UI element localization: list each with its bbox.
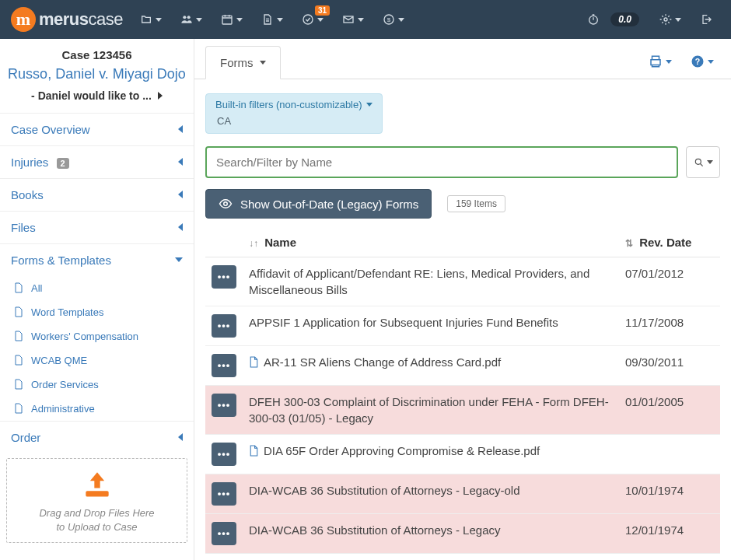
table-row[interactable]: •••Affidavit of Applicant/Defendant RE: … [205,257,720,306]
logo[interactable]: m meruscase [11,7,123,32]
row-name-cell: Affidavit of Applicant/Defendant RE: Lie… [243,257,619,306]
print-menu[interactable] [649,54,672,68]
forms-sub-item[interactable]: WCAB QME [0,348,194,373]
file-icon [14,355,23,366]
filter-label: Built-in filters (non-customizable) [215,99,362,110]
svg-text:?: ? [695,57,700,66]
chevron-left-icon [178,433,183,441]
timer-value[interactable]: 0.0 [610,12,639,26]
help-circle-icon: ? [691,54,705,68]
column-header-revdate[interactable]: ⇅ Rev. Date [619,228,720,257]
top-settings-menu[interactable] [652,9,689,30]
row-date-cell: 01/01/2005 [619,386,720,435]
gear-icon [659,13,672,26]
search-input[interactable] [205,146,678,178]
row-actions-button[interactable]: ••• [212,522,236,545]
caret-down-icon [398,18,404,22]
svg-rect-9 [86,491,108,496]
caret-down-icon [277,18,283,22]
top-document-menu[interactable] [254,9,291,30]
forms-sub-item[interactable]: Word Templates [0,300,194,324]
help-menu[interactable]: ? [691,54,714,68]
main-panel: Forms ? Built-in filters (non-customizab… [194,39,731,560]
file-icon [14,379,23,390]
caret-down-icon [675,18,681,22]
forms-sub-item[interactable]: Order Services [0,373,194,397]
logo-mark-icon: m [11,7,36,32]
chevron-down-icon [175,257,183,262]
top-people-menu[interactable] [173,9,210,30]
forms-sub-item[interactable]: Workers' Compensation [0,324,194,348]
document-icon [261,13,274,26]
file-icon [14,331,23,341]
row-actions-button[interactable]: ••• [212,265,236,289]
top-tasks-menu[interactable]: 31 [294,9,331,30]
nav-order[interactable]: Order [0,421,194,453]
table-row[interactable]: •••DIA/WCAB 003 Resolution of Liens - Af… [205,554,720,561]
upload-dropzone[interactable]: Drag and Drop Files Here to Upload to Ca… [6,458,187,544]
case-subtitle-row[interactable]: - Daniel would like to ... [8,89,186,108]
row-name: DIA 65F Order Approving Compromise & Rel… [264,444,540,457]
top-billing-menu[interactable]: $ [375,9,412,30]
forms-sub-item[interactable]: All [0,276,194,300]
file-icon [14,282,23,293]
item-count: 159 Items [447,195,505,212]
nav-label: Forms & Templates [11,254,111,267]
svg-point-7 [589,16,598,24]
caret-down-icon [196,18,202,22]
row-actions-button[interactable]: ••• [212,314,236,338]
upload-text-line2: to Upload to Case [12,520,182,534]
row-actions-button[interactable]: ••• [212,394,236,417]
table-row[interactable]: •••DIA-WCAB 36 Substitution of Attorneys… [205,514,720,554]
nav-forms-templates[interactable]: Forms & Templates [0,243,194,276]
nav-files[interactable]: Files [0,211,194,243]
top-folder-menu[interactable] [132,9,170,30]
row-name-cell: DIA/WCAB 003 Resolution of Liens - Affid… [243,554,619,561]
logo-text: meruscase [39,9,123,30]
table-row[interactable]: •••DFEH 300-03 Complaint of Discriminati… [205,386,720,435]
top-timer[interactable] [579,9,607,30]
caret-down-icon [260,61,266,65]
caret-down-icon [358,18,364,22]
file-icon [14,306,23,317]
sub-item-label: Administrative [31,403,95,415]
show-legacy-button[interactable]: Show Out-of-Date (Legacy) Forms [205,189,432,219]
caret-down-icon [236,18,243,22]
chevron-right-icon [158,92,163,100]
row-actions-button[interactable]: ••• [212,482,236,506]
table-row[interactable]: •••APPSIF 1 Application for Subsequent I… [205,306,720,346]
table-row[interactable]: •••AR-11 SR Aliens Change of Address Car… [205,346,720,386]
builtin-filter-chip[interactable]: Built-in filters (non-customizable) CA [205,93,383,134]
nav-label: Order [11,431,40,444]
forms-sub-item[interactable]: Administrative [0,397,194,421]
dollar-circle-icon: $ [383,13,395,26]
chevron-left-icon [178,125,183,133]
nav-injuries[interactable]: Injuries 2 [0,145,194,178]
row-actions-button[interactable]: ••• [212,354,236,377]
nav-label: Files [11,221,36,234]
top-logout[interactable] [692,9,720,30]
row-date-cell: 10/01/1974 [619,474,720,514]
column-header-name[interactable]: ↓↑ Name [243,228,619,257]
stopwatch-icon [587,13,600,26]
top-mail-menu[interactable] [334,9,372,30]
nav-case-overview[interactable]: Case Overview [0,113,194,145]
tab-forms[interactable]: Forms [205,46,281,79]
row-date-cell: 11/17/2008 [619,306,720,346]
row-actions-button[interactable]: ••• [212,443,236,466]
nav-books[interactable]: Books [0,178,194,211]
svg-point-13 [224,202,228,206]
filter-value: CA [215,115,372,127]
table-row[interactable]: •••DIA 65F Order Approving Compromise & … [205,435,720,474]
search-options-button[interactable] [686,146,720,178]
folder-open-icon [140,13,152,26]
top-calendar-menu[interactable] [213,9,250,30]
eye-icon [219,197,233,211]
svg-point-0 [183,16,186,19]
row-date-cell [619,435,720,474]
svg-rect-2 [222,16,232,24]
row-name-cell: DIA 65F Order Approving Compromise & Rel… [243,435,619,474]
table-row[interactable]: •••DIA-WCAB 36 Substitution of Attorneys… [205,474,720,514]
row-date-cell: 09/30/2011 [619,346,720,386]
case-title[interactable]: Russo, Daniel v. Miyagi Dojo [8,66,186,83]
